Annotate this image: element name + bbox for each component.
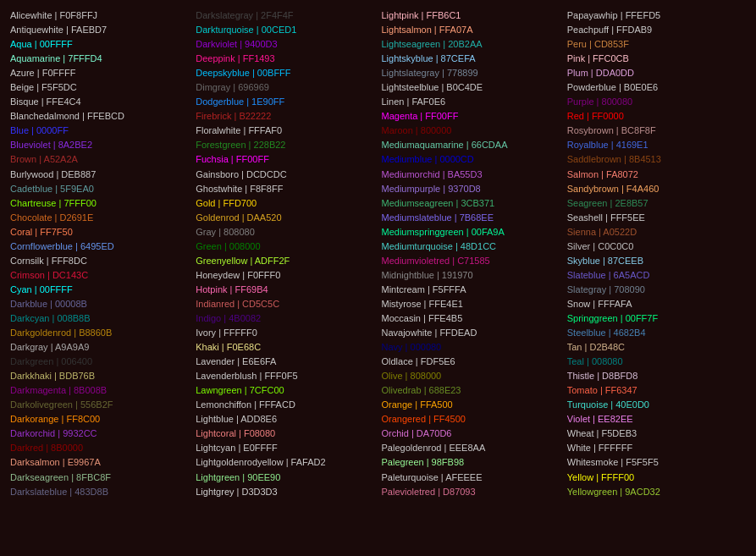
color-item: Cornsilk | FFF8DC: [10, 254, 189, 268]
color-name: Darkgray | A9A9A9: [10, 342, 89, 352]
color-name: Dodgerblue | 1E90FF: [196, 96, 284, 107]
color-item: Darkgreen | 006400: [10, 355, 189, 369]
color-item: Crimson | DC143C: [10, 268, 189, 283]
color-item: Powderblue | B0E0E6: [567, 80, 746, 95]
color-name: Mediumblue | 0000CD: [382, 154, 474, 164]
color-name: Ghostwhite | F8F8FF: [196, 184, 283, 194]
color-item: Lightsteelblue | B0C4DE: [382, 80, 560, 95]
color-name: Skyblue | 87CEEB: [567, 256, 643, 266]
color-item: Palegoldenrod | EEE8AA: [382, 441, 560, 455]
color-name: Aquamarine | 7FFFD4: [10, 53, 102, 63]
color-name: Blueviolet | 8A2BE2: [10, 140, 92, 150]
color-name: Darkgreen | 006400: [10, 356, 92, 366]
color-name: Peru | CD853F: [567, 39, 629, 49]
color-item: Chocolate | D2691E: [10, 211, 189, 225]
color-name: Goldenrod | DAA520: [196, 212, 281, 223]
color-item: Darkgoldenrod | B8860B: [10, 326, 189, 340]
color-name: Lightgreen | 90EE90: [196, 472, 280, 482]
color-name: Lightblue | ADD8E6: [196, 414, 277, 424]
color-item: Green | 008000: [196, 239, 374, 254]
color-name: Slateblue | 6A5ACD: [567, 270, 650, 280]
color-item: Lavender | E6E6FA: [196, 355, 374, 369]
color-name: Lightsalmon | FFA07A: [382, 25, 473, 35]
color-item: Mediumaquamarine | 66CDAA: [382, 138, 560, 152]
color-item: Orangered | FF4500: [382, 412, 560, 427]
color-name: Lightgrey | D3D3D3: [196, 487, 277, 497]
color-name: Navajowhite | FFDEAD: [382, 328, 477, 338]
color-name: Moccasin | FFE4B5: [382, 313, 463, 323]
color-name: Lavenderblush | FFF0F5: [196, 371, 297, 381]
color-name: Rosybrown | BC8F8F: [567, 125, 656, 135]
color-name: Thistle | D8BFD8: [567, 371, 638, 381]
color-item: Darkred | 8B0000: [10, 441, 189, 455]
color-name: Lightcyan | E0FFFF: [196, 443, 277, 453]
color-item: Yellowgreen | 9ACD32: [567, 485, 746, 499]
color-name: Chartreuse | 7FFF00: [10, 198, 97, 208]
color-item: Mediumblue | 0000CD: [382, 152, 560, 167]
color-name: Mistyrose | FFE4E1: [382, 299, 463, 309]
color-item: Yellow | FFFF00: [567, 471, 746, 485]
color-item: Pink | FFC0CB: [567, 52, 746, 66]
color-name: Lawngreen | 7CFC00: [196, 385, 284, 395]
color-item: Seashell | FFF5EE: [567, 211, 746, 225]
color-name: Yellowgreen | 9ACD32: [567, 487, 660, 497]
color-item: Cadetblue | 5F9EA0: [10, 182, 189, 196]
color-name: Sandybrown | F4A460: [567, 184, 659, 194]
color-item: Purple | 800080: [567, 95, 746, 109]
color-item: Tan | D2B48C: [567, 340, 746, 355]
color-name: Tomato | FF6347: [567, 385, 637, 395]
color-item: Alicewhite | F0F8FFJ: [10, 8, 189, 23]
color-item: Red | FF0000: [567, 109, 746, 124]
color-name: Pink | FFC0CB: [567, 53, 629, 63]
color-item: Lightseagreen | 20B2AA: [382, 37, 560, 52]
color-item: Darkorange | FF8C00: [10, 412, 189, 427]
color-item: Palevioletred | D87093: [382, 485, 560, 499]
color-item: Cyan | 00FFFF: [10, 283, 189, 297]
color-item: Greenyellow | ADFF2F: [196, 254, 374, 268]
color-item: Aqua | 00FFFF: [10, 37, 189, 52]
color-name: Wheat | F5DEB3: [567, 428, 637, 438]
color-name: Ivory | FFFFF0: [196, 328, 257, 338]
color-item: Lightgoldenrodyellow | FAFAD2: [196, 455, 374, 470]
color-name: Firebrick | B22222: [196, 111, 271, 121]
color-name: Orange | FFA500: [382, 399, 453, 410]
color-item: Salmon | FA8072: [567, 168, 746, 182]
color-item: Hotpink | FF69B4: [196, 283, 374, 297]
color-name: Silver | C0C0C0: [567, 241, 634, 251]
color-name: Khaki | F0E68C: [196, 342, 261, 352]
color-name: Lemonchiffon | FFFACD: [196, 399, 295, 410]
color-item: Skyblue | 87CEEB: [567, 254, 746, 268]
color-name: Red | FF0000: [567, 111, 624, 121]
color-name: Darkorange | FF8C00: [10, 414, 100, 424]
color-item: Tomato | FF6347: [567, 383, 746, 398]
color-name: Gray | 808080: [196, 227, 255, 237]
color-name: Yellow | FFFF00: [567, 472, 634, 482]
color-name: Lightslategray | 778899: [382, 68, 478, 78]
color-item: Darkslateblue | 483D8B: [10, 485, 189, 499]
color-name: Magenta | FF00FF: [382, 111, 459, 121]
color-name: Darkslateblue | 483D8B: [10, 487, 108, 497]
color-item: Mediumspringgreen | 00FA9A: [382, 225, 560, 239]
color-name: Lightseagreen | 20B2AA: [382, 39, 483, 49]
color-item: Blueviolet | 8A2BE2: [10, 138, 189, 152]
color-item: Mediumseagreen | 3CB371: [382, 196, 560, 211]
color-name: Mediumorchid | BA55D3: [382, 169, 483, 179]
color-name: Seashell | FFF5EE: [567, 212, 645, 223]
color-item: Mediumvioletred | C71585: [382, 254, 560, 268]
color-item: Cornflowerblue | 6495ED: [10, 239, 189, 254]
color-item: Seagreen | 2E8B57: [567, 196, 746, 211]
color-item: Darkslategray | 2F4F4F: [196, 8, 374, 23]
color-item: Darkviolet | 9400D3: [196, 37, 374, 52]
color-item: Mediumturquoise | 48D1CC: [382, 239, 560, 254]
color-item: Darksalmon | E9967A: [10, 455, 189, 470]
color-name: Forestgreen | 228B22: [196, 140, 285, 150]
color-name: Oldlace | FDF5E6: [382, 356, 455, 366]
color-name: Aqua | 00FFFF: [10, 39, 73, 49]
color-item: Steelblue | 4682B4: [567, 326, 746, 340]
color-column-3: Papayawhip | FFEFD5Peachpuff | FFDAB9Per…: [564, 7, 749, 501]
color-item: Mediumpurple | 9370D8: [382, 182, 560, 196]
color-name: Darkkhaki | BDB76B: [10, 371, 95, 381]
color-name: Darkmagenta | 8B008B: [10, 385, 107, 395]
color-item: Khaki | F0E68C: [196, 340, 374, 355]
color-item: Lightgreen | 90EE90: [196, 471, 374, 485]
